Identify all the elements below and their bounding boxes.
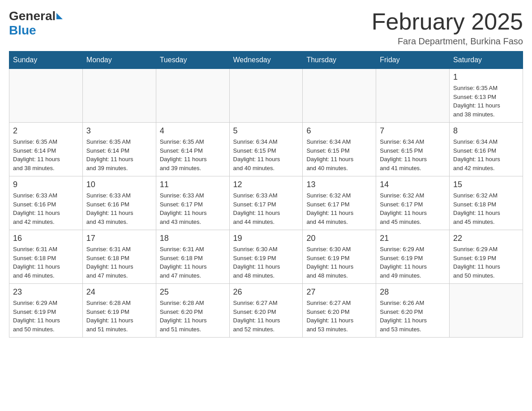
- day-number: 24: [86, 287, 152, 297]
- day-info: Sunrise: 6:28 AM Sunset: 6:20 PM Dayligh…: [160, 299, 226, 334]
- day-number: 3: [86, 126, 152, 136]
- calendar-cell: [82, 69, 156, 123]
- calendar-cell: 13Sunrise: 6:32 AM Sunset: 6:17 PM Dayli…: [303, 176, 376, 230]
- day-info: Sunrise: 6:30 AM Sunset: 6:19 PM Dayligh…: [306, 245, 372, 280]
- calendar-cell: 21Sunrise: 6:29 AM Sunset: 6:19 PM Dayli…: [376, 230, 450, 284]
- day-number: 23: [13, 287, 79, 297]
- day-info: Sunrise: 6:33 AM Sunset: 6:16 PM Dayligh…: [86, 191, 152, 226]
- calendar-cell: [156, 69, 229, 123]
- day-of-week-header: Friday: [376, 51, 450, 69]
- day-info: Sunrise: 6:34 AM Sunset: 6:15 PM Dayligh…: [306, 137, 372, 172]
- day-number: 13: [306, 180, 372, 189]
- calendar-cell: 10Sunrise: 6:33 AM Sunset: 6:16 PM Dayli…: [82, 176, 156, 230]
- day-info: Sunrise: 6:30 AM Sunset: 6:19 PM Dayligh…: [233, 245, 299, 280]
- day-number: 1: [453, 73, 519, 82]
- calendar-cell: 1Sunrise: 6:35 AM Sunset: 6:13 PM Daylig…: [450, 69, 523, 123]
- day-number: 16: [13, 234, 79, 243]
- day-number: 26: [233, 287, 299, 297]
- day-info: Sunrise: 6:35 AM Sunset: 6:14 PM Dayligh…: [160, 137, 226, 172]
- day-info: Sunrise: 6:35 AM Sunset: 6:13 PM Dayligh…: [453, 84, 519, 119]
- calendar-cell: 23Sunrise: 6:29 AM Sunset: 6:19 PM Dayli…: [9, 284, 83, 338]
- day-info: Sunrise: 6:35 AM Sunset: 6:14 PM Dayligh…: [13, 137, 79, 172]
- calendar-cell: 5Sunrise: 6:34 AM Sunset: 6:15 PM Daylig…: [229, 123, 303, 176]
- calendar-cell: 19Sunrise: 6:30 AM Sunset: 6:19 PM Dayli…: [229, 230, 303, 284]
- day-number: 14: [380, 180, 446, 189]
- day-of-week-header: Sunday: [9, 51, 83, 69]
- logo-blue-text: Blue: [9, 23, 36, 38]
- day-number: 27: [306, 287, 372, 297]
- logo-text: General: [9, 9, 63, 23]
- day-of-week-header: Monday: [82, 51, 156, 69]
- logo: General Blue: [9, 9, 63, 38]
- location-subtitle: Fara Department, Burkina Faso: [372, 36, 523, 47]
- calendar-cell: 26Sunrise: 6:27 AM Sunset: 6:20 PM Dayli…: [229, 284, 303, 338]
- day-number: 9: [13, 180, 79, 189]
- day-info: Sunrise: 6:31 AM Sunset: 6:18 PM Dayligh…: [86, 245, 152, 280]
- day-number: 21: [380, 234, 446, 243]
- day-number: 25: [160, 287, 226, 297]
- calendar-header-row: SundayMondayTuesdayWednesdayThursdayFrid…: [9, 51, 523, 69]
- calendar-week-row: 16Sunrise: 6:31 AM Sunset: 6:18 PM Dayli…: [9, 230, 523, 284]
- day-info: Sunrise: 6:33 AM Sunset: 6:17 PM Dayligh…: [160, 191, 226, 226]
- day-number: 22: [453, 234, 519, 243]
- day-info: Sunrise: 6:28 AM Sunset: 6:19 PM Dayligh…: [86, 299, 152, 334]
- day-of-week-header: Wednesday: [229, 51, 303, 69]
- day-info: Sunrise: 6:29 AM Sunset: 6:19 PM Dayligh…: [13, 299, 79, 334]
- calendar-cell: 8Sunrise: 6:34 AM Sunset: 6:16 PM Daylig…: [450, 123, 523, 176]
- day-number: 28: [380, 287, 446, 297]
- day-number: 5: [233, 126, 299, 136]
- day-number: 6: [306, 126, 372, 136]
- calendar-cell: 20Sunrise: 6:30 AM Sunset: 6:19 PM Dayli…: [303, 230, 376, 284]
- calendar-week-row: 23Sunrise: 6:29 AM Sunset: 6:19 PM Dayli…: [9, 284, 523, 338]
- day-number: 18: [160, 234, 226, 243]
- day-number: 7: [380, 126, 446, 136]
- logo-general-text: General: [9, 9, 56, 23]
- day-info: Sunrise: 6:33 AM Sunset: 6:17 PM Dayligh…: [233, 191, 299, 226]
- calendar-week-row: 1Sunrise: 6:35 AM Sunset: 6:13 PM Daylig…: [9, 69, 523, 123]
- day-info: Sunrise: 6:34 AM Sunset: 6:15 PM Dayligh…: [233, 137, 299, 172]
- calendar-cell: 11Sunrise: 6:33 AM Sunset: 6:17 PM Dayli…: [156, 176, 229, 230]
- calendar-cell: 15Sunrise: 6:32 AM Sunset: 6:18 PM Dayli…: [450, 176, 523, 230]
- calendar-cell: 28Sunrise: 6:26 AM Sunset: 6:20 PM Dayli…: [376, 284, 450, 338]
- day-info: Sunrise: 6:27 AM Sunset: 6:20 PM Dayligh…: [306, 299, 372, 334]
- day-number: 15: [453, 180, 519, 189]
- day-number: 10: [86, 180, 152, 189]
- day-number: 20: [306, 234, 372, 243]
- day-info: Sunrise: 6:27 AM Sunset: 6:20 PM Dayligh…: [233, 299, 299, 334]
- calendar-cell: 27Sunrise: 6:27 AM Sunset: 6:20 PM Dayli…: [303, 284, 376, 338]
- day-info: Sunrise: 6:31 AM Sunset: 6:18 PM Dayligh…: [160, 245, 226, 280]
- day-info: Sunrise: 6:32 AM Sunset: 6:17 PM Dayligh…: [306, 191, 372, 226]
- calendar-week-row: 9Sunrise: 6:33 AM Sunset: 6:16 PM Daylig…: [9, 176, 523, 230]
- calendar-cell: 12Sunrise: 6:33 AM Sunset: 6:17 PM Dayli…: [229, 176, 303, 230]
- calendar-cell: 22Sunrise: 6:29 AM Sunset: 6:19 PM Dayli…: [450, 230, 523, 284]
- calendar-cell: 25Sunrise: 6:28 AM Sunset: 6:20 PM Dayli…: [156, 284, 229, 338]
- calendar-cell: [450, 284, 523, 338]
- calendar-cell: 4Sunrise: 6:35 AM Sunset: 6:14 PM Daylig…: [156, 123, 229, 176]
- day-number: 4: [160, 126, 226, 136]
- calendar-cell: 7Sunrise: 6:34 AM Sunset: 6:15 PM Daylig…: [376, 123, 450, 176]
- calendar-cell: 24Sunrise: 6:28 AM Sunset: 6:19 PM Dayli…: [82, 284, 156, 338]
- calendar-cell: 9Sunrise: 6:33 AM Sunset: 6:16 PM Daylig…: [9, 176, 83, 230]
- day-info: Sunrise: 6:32 AM Sunset: 6:18 PM Dayligh…: [453, 191, 519, 226]
- calendar-cell: [376, 69, 450, 123]
- day-info: Sunrise: 6:33 AM Sunset: 6:16 PM Dayligh…: [13, 191, 79, 226]
- calendar-cell: 2Sunrise: 6:35 AM Sunset: 6:14 PM Daylig…: [9, 123, 83, 176]
- calendar-cell: 14Sunrise: 6:32 AM Sunset: 6:17 PM Dayli…: [376, 176, 450, 230]
- day-of-week-header: Saturday: [450, 51, 523, 69]
- calendar-cell: [9, 69, 83, 123]
- logo-arrow-icon: [56, 13, 63, 19]
- page-header: General Blue February 2025 Fara Departme…: [9, 9, 523, 47]
- day-number: 12: [233, 180, 299, 189]
- title-area: February 2025 Fara Department, Burkina F…: [372, 9, 523, 47]
- day-number: 8: [453, 126, 519, 136]
- day-number: 11: [160, 180, 226, 189]
- calendar-week-row: 2Sunrise: 6:35 AM Sunset: 6:14 PM Daylig…: [9, 123, 523, 176]
- day-number: 19: [233, 234, 299, 243]
- day-info: Sunrise: 6:34 AM Sunset: 6:16 PM Dayligh…: [453, 137, 519, 172]
- calendar-cell: [229, 69, 303, 123]
- calendar-cell: 17Sunrise: 6:31 AM Sunset: 6:18 PM Dayli…: [82, 230, 156, 284]
- day-info: Sunrise: 6:34 AM Sunset: 6:15 PM Dayligh…: [380, 137, 446, 172]
- day-of-week-header: Thursday: [303, 51, 376, 69]
- day-of-week-header: Tuesday: [156, 51, 229, 69]
- calendar-cell: [303, 69, 376, 123]
